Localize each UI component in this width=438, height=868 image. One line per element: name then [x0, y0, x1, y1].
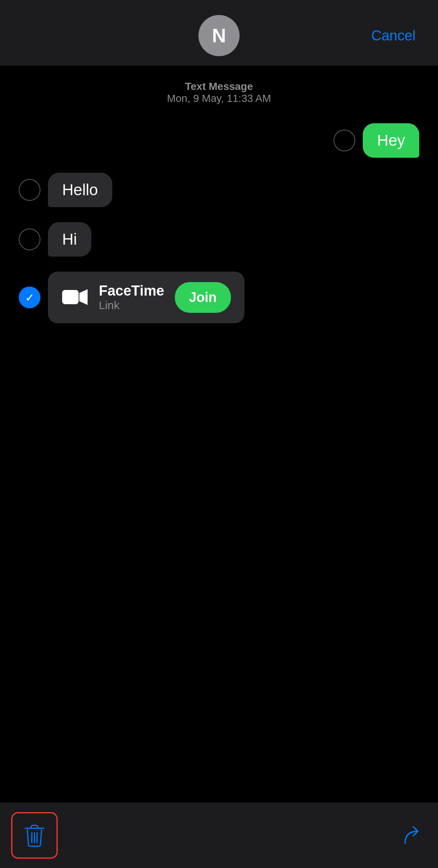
trash-icon [24, 824, 45, 847]
forward-icon [401, 824, 427, 847]
facetime-video-icon [61, 284, 88, 311]
toolbar [0, 802, 438, 868]
forward-button[interactable] [401, 824, 427, 847]
select-circle-msg4[interactable]: ✓ [19, 287, 40, 308]
message-text: Hey [377, 131, 405, 149]
facetime-bubble[interactable]: FaceTime Link Join [48, 272, 244, 323]
timestamp: Text Message Mon, 9 May, 11:33 AM [19, 81, 419, 105]
cancel-button[interactable]: Cancel [371, 28, 416, 44]
header: N Cancel [0, 0, 438, 66]
message-text: Hi [62, 230, 77, 248]
avatar-initial: N [212, 24, 226, 47]
facetime-title: FaceTime [99, 283, 164, 299]
delete-button-wrapper [11, 812, 58, 859]
select-circle-msg1[interactable] [334, 130, 355, 151]
facetime-subtitle: Link [99, 299, 164, 312]
message-text: Hello [62, 181, 98, 199]
chat-empty-space [0, 353, 438, 822]
bubble-incoming-hello: Hello [48, 173, 112, 207]
timestamp-date: Mon, 9 May, 11:33 AM [19, 93, 419, 105]
bubble-incoming-hi: Hi [48, 222, 91, 257]
bubble-outgoing-hey: Hey [363, 123, 419, 158]
checkmark-icon: ✓ [25, 291, 34, 304]
svg-rect-0 [62, 290, 79, 304]
timestamp-label: Text Message [19, 81, 419, 93]
delete-button[interactable] [14, 815, 55, 856]
message-row: Hello [19, 173, 419, 207]
chat-area: Text Message Mon, 9 May, 11:33 AM Hey He… [0, 66, 438, 353]
message-row-facetime: ✓ FaceTime Link Join [19, 272, 419, 323]
header-row: N Cancel [22, 15, 416, 56]
select-circle-msg3[interactable] [19, 229, 40, 250]
select-circle-msg2[interactable] [19, 179, 40, 201]
facetime-text-block: FaceTime Link [99, 283, 164, 312]
join-button[interactable]: Join [175, 282, 231, 313]
svg-marker-1 [79, 289, 88, 305]
message-row: Hi [19, 222, 419, 257]
message-row: Hey [19, 123, 419, 158]
avatar: N [198, 15, 240, 56]
